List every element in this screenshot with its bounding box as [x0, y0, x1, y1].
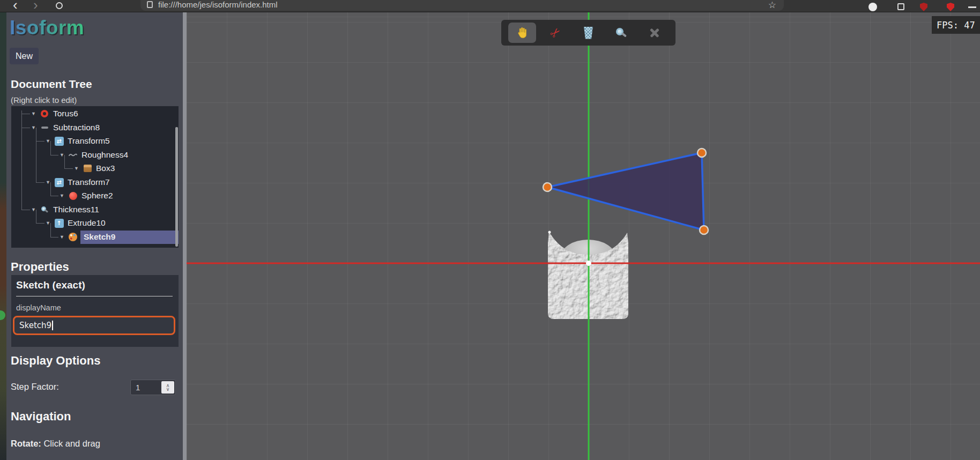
tree-item-thickness11[interactable]: ▼ Thickness11 — [11, 203, 179, 217]
caret-down-icon[interactable]: ▼ — [60, 234, 68, 240]
caret-down-icon[interactable]: ▼ — [74, 166, 83, 171]
caret-down-icon[interactable]: ▼ — [31, 125, 40, 130]
tree-item-roughness4[interactable]: ▼ Roughness4 — [11, 148, 179, 162]
caret-down-icon[interactable]: ▼ — [60, 152, 68, 158]
profile-icon[interactable] — [868, 3, 877, 11]
sidebar: Isoform New Document Tree (Right click t… — [6, 12, 183, 460]
tree-item-sphere2[interactable]: ▼ Sphere2 — [11, 189, 179, 203]
tree-item-torus6[interactable]: ▼ Torus6 — [11, 107, 179, 121]
caret-down-icon[interactable]: ▼ — [46, 138, 54, 144]
shield-icon[interactable] — [920, 3, 927, 11]
display-options-title: Display Options — [11, 354, 100, 368]
document-tree-panel: ▼ Torus6 ▼ Subtraction8 ▼ ⇄ Transform5 ▼… — [11, 106, 179, 248]
display-name-input[interactable]: Sketch9 — [13, 316, 175, 335]
forward-icon[interactable]: › — [33, 0, 38, 12]
stepper-down-icon[interactable]: ∨ — [166, 388, 170, 391]
divider — [16, 296, 173, 296]
step-factor-input[interactable]: 1 ∧ ∨ — [130, 380, 176, 395]
tree-item-subtraction8[interactable]: ▼ Subtraction8 — [11, 121, 179, 135]
display-name-label: displayName — [16, 303, 61, 312]
caret-down-icon[interactable]: ▼ — [46, 180, 54, 185]
document-tree-title: Document Tree — [11, 78, 92, 91]
extrude-icon: ↑ — [54, 218, 64, 228]
y-axis-line — [588, 12, 590, 460]
step-factor-label: Step Factor: — [11, 382, 59, 392]
tree-item-box3[interactable]: ▼ Box3 — [11, 161, 179, 175]
document-tree-hint: (Right click to edit) — [11, 95, 77, 105]
viewport-canvas[interactable]: ✂ FPS: 47 — [187, 12, 980, 460]
url-bar[interactable]: file:///home/jes/isoform/index.html ☆ — [140, 0, 784, 11]
x-axis-line — [187, 263, 980, 264]
caret-down-icon[interactable]: ▼ — [31, 111, 40, 116]
app-logo: Isoform — [10, 17, 84, 39]
rotate-help-line: Rotate: Click and drag — [11, 439, 100, 449]
scissors-icon: ✂ — [547, 24, 564, 41]
desktop-icon-blob — [0, 310, 5, 320]
number-stepper[interactable]: ∧ ∨ — [161, 381, 174, 394]
tree-item-extrude10[interactable]: ▼ ↑ Extrude10 — [11, 216, 179, 230]
transform-icon: ⇄ — [54, 136, 64, 146]
new-document-button[interactable]: New — [10, 48, 39, 64]
transform-icon: ⇄ — [54, 177, 64, 187]
caret-down-icon[interactable]: ▼ — [46, 220, 54, 226]
scene-svg — [187, 12, 980, 460]
trash-icon — [583, 27, 593, 39]
sketch-triangle-fill[interactable] — [547, 153, 704, 230]
extension-icon[interactable] — [897, 3, 904, 10]
box-icon — [83, 164, 92, 173]
page-icon — [147, 1, 153, 8]
magnifier-icon — [616, 28, 623, 35]
navigation-title: Navigation — [11, 410, 71, 424]
fps-counter: FPS: 47 — [932, 16, 980, 34]
roughness-icon — [68, 150, 78, 160]
caret-down-icon[interactable]: ▼ — [31, 207, 40, 212]
zoom-magnifier-tool[interactable] — [607, 23, 635, 43]
sphere-icon — [68, 191, 78, 201]
properties-title: Properties — [11, 260, 69, 274]
page-scrollbar[interactable] — [183, 12, 187, 460]
tree-item-transform5[interactable]: ▼ ⇄ Transform5 — [11, 134, 179, 148]
minimize-icon[interactable] — [968, 6, 976, 8]
reload-icon[interactable] — [56, 2, 63, 9]
shield-badge-icon[interactable] — [947, 3, 954, 11]
vertex-handle[interactable] — [697, 149, 706, 157]
browser-toolbar: ‹ › file:///home/jes/isoform/index.html … — [0, 0, 980, 12]
torus-icon — [40, 109, 49, 118]
close-x-tool[interactable] — [641, 23, 669, 43]
close-x-icon — [649, 27, 660, 38]
tree-item-sketch9[interactable]: ▼ Sketch9 — [11, 230, 179, 244]
delete-trash-tool[interactable] — [574, 23, 602, 43]
vertex-handle[interactable] — [700, 226, 708, 234]
bookmark-star-icon[interactable]: ☆ — [768, 2, 776, 9]
desktop-wallpaper-strip — [0, 12, 6, 460]
text-cursor — [52, 321, 53, 330]
tree-scrollbar[interactable] — [175, 127, 178, 247]
pan-hand-tool[interactable] — [508, 23, 536, 43]
viewport-toolbar: ✂ — [501, 20, 675, 46]
app-window: ‹ › file:///home/jes/isoform/index.html … — [0, 0, 980, 460]
tree-item-transform7[interactable]: ▼ ⇄ Transform7 — [11, 175, 179, 189]
node-type-header: Sketch (exact) — [16, 279, 85, 291]
palette-icon — [68, 232, 78, 242]
caret-down-icon[interactable]: ▼ — [60, 193, 68, 198]
hand-icon — [515, 26, 529, 40]
url-text[interactable]: file:///home/jes/isoform/index.html — [158, 0, 768, 9]
selected-item-label: Sketch9 — [80, 231, 179, 244]
cut-scissors-tool[interactable]: ✂ — [541, 23, 569, 43]
origin-marker — [586, 261, 591, 266]
properties-panel: Sketch (exact) displayName Sketch9 — [11, 275, 179, 347]
back-icon[interactable]: ‹ — [13, 0, 18, 12]
subtraction-icon — [40, 123, 49, 132]
vertex-handle[interactable] — [543, 183, 552, 191]
magnifier-icon — [40, 205, 49, 214]
